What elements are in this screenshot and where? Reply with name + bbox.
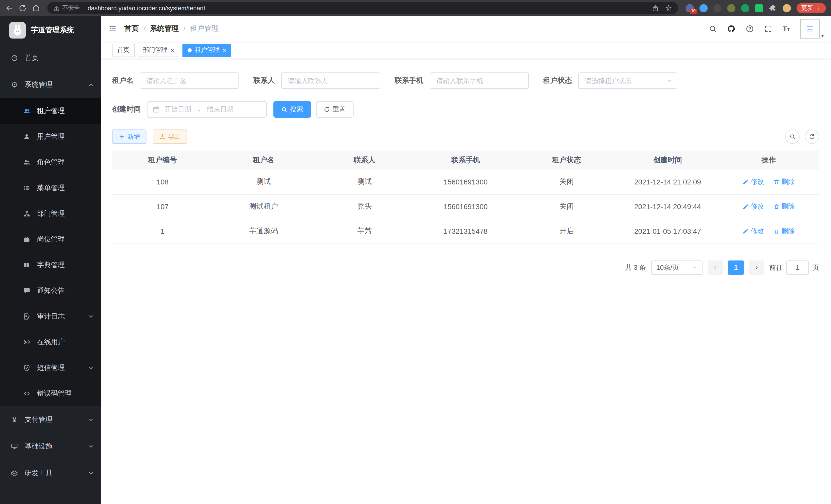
font-size-button[interactable]: TT — [783, 25, 790, 33]
delete-link[interactable]: 删除 — [773, 177, 795, 186]
contact-label: 联系人 — [253, 76, 275, 85]
sidebar-item-sms[interactable]: 短信管理 — [0, 355, 101, 381]
search-button[interactable]: 搜索 — [274, 101, 311, 118]
sidebar-item-posts[interactable]: 岗位管理 — [0, 227, 101, 252]
extension-icon-green-circle[interactable] — [741, 4, 749, 12]
delete-link[interactable]: 删除 — [773, 202, 795, 211]
contact-input[interactable] — [281, 72, 380, 89]
tenant-name-label: 租户名 — [112, 76, 134, 85]
edit-link[interactable]: 修改 — [742, 177, 764, 186]
sidebar-item-home[interactable]: 首页 — [0, 45, 101, 71]
system-submenu: 租户管理 用户管理 角色管理 — [0, 98, 101, 406]
refresh-table-button[interactable] — [805, 129, 819, 144]
security-indicator[interactable]: 不安全 — [53, 4, 80, 12]
edit-link[interactable]: 修改 — [742, 202, 764, 211]
reload-button[interactable] — [19, 4, 27, 12]
toolbox-icon — [10, 470, 19, 477]
extension-icon-green-square[interactable] — [755, 4, 763, 12]
reset-button[interactable]: 重置 — [316, 101, 353, 118]
extension-icon-badged[interactable]: 10 — [686, 4, 694, 12]
sidebar-item-departments[interactable]: 部门管理 — [0, 201, 101, 227]
next-page-button[interactable] — [749, 260, 764, 275]
chevron-down-icon — [692, 265, 697, 270]
date-range-picker[interactable]: 开始日期 - 结束日期 — [147, 101, 267, 118]
sidebar-item-audit-log[interactable]: 审计日志 — [0, 304, 101, 329]
code-icon — [23, 390, 31, 397]
help-button[interactable] — [746, 25, 754, 33]
refresh-icon — [809, 134, 815, 140]
close-icon[interactable]: × — [171, 47, 174, 53]
sidebar-item-notice[interactable]: 通知公告 — [0, 278, 101, 304]
tab-dept[interactable]: 部门管理 × — [138, 43, 179, 57]
sidebar-item-payment[interactable]: ¥ 支付管理 — [0, 406, 101, 433]
sidebar-logo[interactable]: 芋道管理系统 — [0, 16, 101, 45]
sidebar-item-dev-tools[interactable]: 研发工具 — [0, 460, 101, 486]
extension-icon-dark[interactable] — [713, 4, 721, 12]
col-phone: 联系手机 — [415, 151, 516, 170]
table-row: 1 芋道源码 芋艿 17321315478 开启 2021-01-05 17:0… — [112, 219, 819, 243]
back-button[interactable] — [5, 4, 13, 12]
tab-home[interactable]: 首页 — [112, 43, 135, 57]
sidebar-item-label: 审计日志 — [37, 312, 65, 321]
sidebar-item-dict[interactable]: 字典管理 — [0, 252, 101, 278]
sidebar-collapse-button[interactable] — [101, 25, 124, 33]
tenant-name-input[interactable] — [140, 72, 239, 89]
chevron-down-icon — [88, 314, 93, 319]
edit-link[interactable]: 修改 — [742, 227, 764, 236]
header-search-button[interactable] — [709, 25, 717, 33]
export-button[interactable]: 导出 — [153, 129, 187, 144]
page-unit-label: 页 — [812, 263, 819, 272]
browser-update-button[interactable]: 更新 ⋮ — [797, 3, 826, 13]
page-size-select[interactable]: 10条/页 — [651, 260, 703, 275]
profile-avatar[interactable] — [783, 4, 791, 12]
github-link[interactable] — [727, 25, 736, 33]
tab-tenant[interactable]: 租户管理 × — [182, 43, 231, 57]
page-1-button[interactable]: 1 — [728, 260, 744, 275]
sidebar-item-menus[interactable]: 菜单管理 — [0, 175, 101, 201]
delete-label: 删除 — [781, 202, 795, 211]
sidebar-item-users[interactable]: 用户管理 — [0, 124, 101, 149]
home-button[interactable] — [32, 4, 40, 12]
col-tenant-id: 租户编号 — [112, 151, 213, 170]
sidebar-item-roles[interactable]: 角色管理 — [0, 149, 101, 175]
bookmark-button[interactable] — [665, 4, 672, 11]
sidebar-item-infrastructure[interactable]: 基础设施 — [0, 433, 101, 460]
col-contact: 联系人 — [314, 151, 415, 170]
fullscreen-button[interactable] — [764, 25, 772, 33]
font-size-icon: TT — [783, 25, 790, 33]
address-bar[interactable]: 不安全 dashboard.yudao.iocoder.cn/system/te… — [47, 2, 678, 14]
extension-icon-olive[interactable] — [727, 4, 736, 12]
extension-icon-blue[interactable] — [699, 4, 708, 12]
show-search-toggle-button[interactable] — [785, 129, 800, 144]
phone-input[interactable] — [430, 72, 529, 89]
breadcrumb-home[interactable]: 首页 — [124, 24, 139, 33]
sidebar-item-system[interactable]: ⚙ 系统管理 — [0, 71, 101, 98]
cell-status: 关闭 — [516, 170, 617, 194]
sidebar-item-label: 字典管理 — [37, 261, 65, 270]
phone-label: 联系手机 — [395, 76, 424, 85]
add-button[interactable]: 新增 — [112, 129, 146, 144]
filter-tenant-name: 租户名 — [112, 72, 239, 89]
cell-created: 2021-12-14 20:49:44 — [617, 194, 718, 219]
extensions-menu-button[interactable] — [769, 4, 777, 12]
cell-tenant-name: 测试 — [213, 170, 314, 194]
url-text[interactable]: dashboard.yudao.iocoder.cn/system/tenant — [88, 4, 205, 11]
status-select[interactable] — [578, 72, 677, 89]
share-button[interactable] — [652, 4, 659, 11]
address-separator — [84, 5, 84, 11]
sidebar-item-label: 角色管理 — [37, 158, 65, 167]
status-select-input[interactable] — [578, 72, 677, 89]
user-avatar-dropdown[interactable]: ▾ — [800, 19, 824, 38]
edit-label: 修改 — [751, 177, 764, 186]
prev-page-button[interactable] — [708, 260, 723, 275]
table-toolbar: 新增 导出 — [112, 129, 819, 144]
message-bubble-icon — [23, 287, 31, 294]
edit-label: 修改 — [751, 227, 764, 236]
close-icon[interactable]: × — [223, 47, 226, 53]
goto-page-input[interactable] — [786, 260, 809, 275]
delete-link[interactable]: 删除 — [773, 227, 795, 236]
sidebar-item-error-codes[interactable]: 错误码管理 — [0, 381, 101, 406]
sidebar-item-tenant[interactable]: 租户管理 — [0, 98, 101, 124]
breadcrumb-system[interactable]: 系统管理 — [150, 24, 179, 33]
sidebar-item-online-users[interactable]: 在线用户 — [0, 329, 101, 355]
